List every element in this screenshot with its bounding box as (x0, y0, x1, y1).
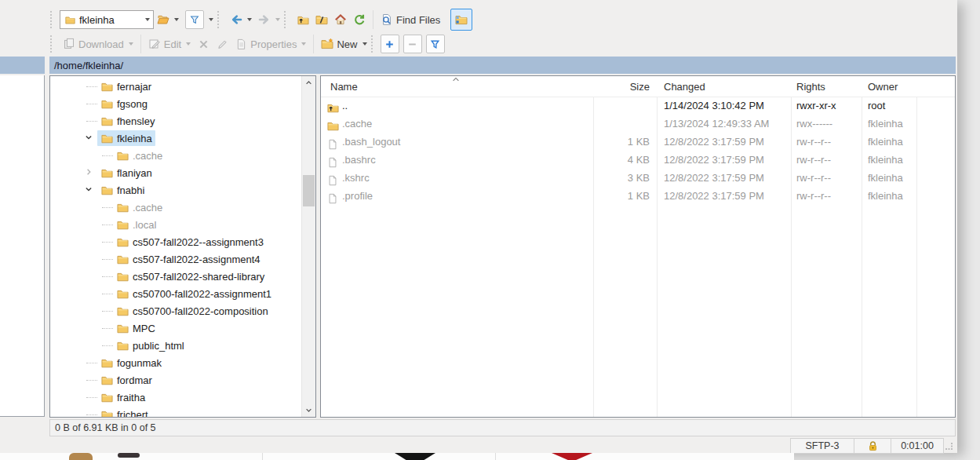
folder-icon (116, 287, 129, 300)
scroll-down-icon[interactable] (302, 403, 315, 417)
tree-connector (102, 259, 113, 260)
toolbar-grip[interactable] (284, 11, 290, 28)
back-icon (230, 13, 242, 26)
back-button[interactable] (227, 9, 255, 30)
session-duration: 0:01:00 (891, 438, 944, 454)
download-button[interactable]: Download (60, 34, 137, 54)
toolbar-grip[interactable] (217, 11, 223, 28)
file-row--profile[interactable]: .profile 1 KB 12/8/2022 3:17:59 PM rw-r-… (321, 187, 955, 205)
scrollbar-thumb[interactable] (303, 175, 315, 206)
tree-item-label: cs507-fall2022-assignment4 (133, 254, 260, 265)
properties-button[interactable]: Properties (231, 34, 309, 54)
tree-item-fernajar[interactable]: fernajar (50, 78, 301, 95)
remote-path-bar[interactable]: /home/fkleinha/ (49, 57, 956, 74)
tree-connector (86, 86, 97, 87)
file-row--kshrc[interactable]: .kshrc 3 KB 12/8/2022 3:17:59 PM rw-r--r… (321, 169, 955, 187)
session-toolbar: fkleinha Find Files (49, 7, 472, 32)
column-header-size[interactable]: Size (587, 76, 650, 97)
folder-icon (100, 132, 113, 144)
tree-item-fnabhi[interactable]: fnabhi (50, 181, 301, 199)
open-directory-button[interactable] (154, 9, 182, 30)
new-folder-icon (321, 38, 333, 50)
tree-item-label: .cache (133, 150, 162, 162)
file-row--cache[interactable]: .cache 1/13/2024 12:49:33 AM rwx------ f… (321, 115, 955, 133)
delete-button[interactable] (194, 34, 213, 54)
select-remove-button[interactable] (403, 35, 422, 53)
filter-button[interactable] (182, 9, 217, 30)
chevron-down-icon[interactable] (186, 42, 191, 46)
chevron-down-icon[interactable] (247, 18, 252, 21)
chevron-down-icon[interactable] (209, 18, 213, 21)
tree-connector (86, 104, 97, 104)
tree-item-flaniyan[interactable]: flaniyan (50, 164, 301, 181)
chevron-down-icon[interactable] (145, 18, 150, 21)
folder-icon (100, 356, 113, 369)
tree-item-cs507-fall2022-assignment4[interactable]: cs507-fall2022-assignment4 (50, 250, 301, 268)
tree-item-frichert[interactable]: frichert (50, 406, 301, 418)
toolbar-grip[interactable] (50, 11, 56, 28)
file-row--bashrc[interactable]: .bashrc 4 KB 12/8/2022 3:17:59 PM rw-r--… (321, 151, 955, 169)
tree-item-public-html[interactable]: public_html (50, 337, 301, 354)
file-owner: fkleinha (868, 115, 916, 133)
root-directory-button[interactable] (312, 9, 331, 30)
parent-directory-button[interactable] (293, 9, 312, 30)
file-owner: fkleinha (868, 187, 916, 205)
properties-icon (235, 38, 247, 50)
local-panel-sliver[interactable] (0, 75, 45, 417)
tree-item--cache[interactable]: .cache (50, 199, 301, 216)
find-files-button[interactable]: Find Files (377, 9, 443, 30)
edit-button[interactable]: Edit (145, 34, 194, 54)
select-add-button[interactable] (381, 35, 399, 53)
column-header-name[interactable]: Name (330, 76, 358, 97)
file-row--[interactable]: .. 1/14/2024 3:10:42 PM rwxr-xr-x root (321, 97, 955, 115)
home-directory-button[interactable] (331, 9, 350, 30)
file-icon (326, 189, 339, 207)
local-panel-path-bar[interactable] (0, 57, 45, 74)
toolbar-grip[interactable] (371, 35, 377, 53)
tree-item-fhensley[interactable]: fhensley (50, 112, 301, 130)
selection-filter-button[interactable] (426, 35, 445, 53)
forward-button[interactable] (255, 9, 283, 30)
chevron-down-icon[interactable] (362, 42, 367, 46)
tree-item-fkleinha[interactable]: fkleinha (50, 130, 301, 147)
tree-item-cs507-fall2022-shared-library[interactable]: cs507-fall2022-shared-library (50, 268, 301, 285)
tree-item-mpc[interactable]: MPC (50, 319, 301, 337)
rename-button[interactable] (213, 34, 231, 54)
root-directory-icon (315, 13, 328, 26)
toolbar-grip[interactable] (50, 35, 56, 53)
protocol-badge: SFTP-3 (790, 438, 854, 454)
tree-item-fogunmak[interactable]: fogunmak (50, 354, 301, 371)
tree-item-cs50700-fall2022-composition[interactable]: cs50700-fall2022-composition (50, 302, 301, 319)
chevron-down-icon[interactable] (275, 18, 280, 21)
chevron-down-icon[interactable] (83, 184, 96, 196)
new-button[interactable]: New (318, 34, 370, 54)
tree-connector (86, 414, 97, 415)
chevron-down-icon[interactable] (83, 132, 96, 144)
tree-item-cs50700-fall2022-assignment1[interactable]: cs50700-fall2022-assignment1 (50, 285, 301, 302)
tree-scrollbar[interactable] (301, 76, 315, 417)
chevron-down-icon[interactable] (174, 18, 179, 21)
file-size (587, 115, 650, 133)
tree-item--cache[interactable]: .cache (50, 147, 301, 164)
tree-toggle-button[interactable] (450, 9, 472, 31)
tree-item-cs507-fall2022-assignment3[interactable]: cs507-fall2022--assignment3 (50, 233, 301, 250)
file-rights: rw-r--r-- (796, 133, 861, 151)
tree-connector (86, 397, 97, 398)
refresh-button[interactable] (350, 9, 369, 30)
chevron-down-icon[interactable] (129, 42, 133, 46)
chevron-down-icon[interactable] (301, 42, 306, 46)
tree-item-fraitha[interactable]: fraitha (50, 389, 301, 406)
tree-item--local[interactable]: .local (50, 216, 301, 233)
column-header-owner[interactable]: Owner (868, 76, 898, 97)
folder-icon (100, 374, 113, 386)
column-header-rights[interactable]: Rights (796, 76, 825, 97)
file-row--bash-logout[interactable]: .bash_logout 1 KB 12/8/2022 3:17:59 PM r… (321, 133, 955, 151)
tree-item-fgsong[interactable]: fgsong (50, 95, 301, 112)
tree-item-fordmar[interactable]: fordmar (50, 371, 301, 389)
resize-grip[interactable] (944, 438, 956, 454)
column-header-changed[interactable]: Changed (664, 76, 705, 97)
remote-file-list: Name Size Changed Rights Owner .. 1/14/2… (320, 75, 956, 418)
scroll-up-icon[interactable] (302, 76, 315, 89)
chevron-right-icon[interactable] (83, 166, 96, 179)
remote-directory-combobox[interactable]: fkleinha (60, 10, 154, 29)
